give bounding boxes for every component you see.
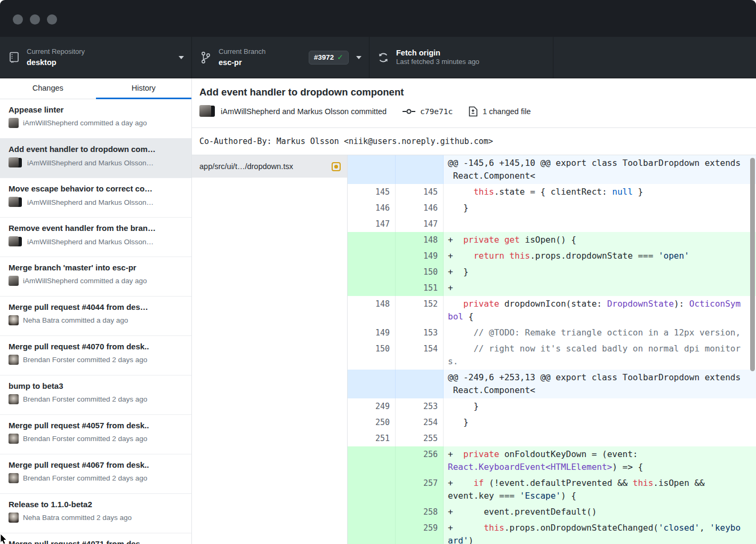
commit-meta: Brendan Forster committed 2 days ago [9, 473, 183, 483]
diff-row: 151+ [348, 280, 756, 296]
tab-history[interactable]: History [96, 78, 192, 99]
diff-row: 258+ event.preventDefault() [348, 504, 756, 520]
repository-label: Current Repository [27, 47, 85, 56]
diff-gutter-old [348, 155, 396, 184]
diff-gutter-new: 153 [396, 325, 444, 341]
diff-gutter-new: 152 [396, 296, 444, 325]
commit-title: Remove event handler from the bran… [9, 223, 183, 233]
branch-name: esc-pr [219, 58, 266, 67]
diff-row: @@ -145,6 +145,10 @@ export class Toolba… [348, 155, 756, 184]
commit-meta: Brendan Forster committed 2 days ago [9, 394, 183, 404]
diff-code [444, 216, 756, 232]
diff-code: } [444, 398, 756, 414]
file-list-item[interactable]: app/src/ui/t…/dropdown.tsx [192, 155, 347, 178]
diff-code: + private get isOpen() { [444, 232, 756, 248]
diff-gutter-old [348, 280, 396, 296]
toolbar-spacer [553, 37, 756, 78]
diff-code-line: event.key === 'Escape') { [448, 490, 756, 502]
diff-row: 148+ private get isOpen() { [348, 232, 756, 248]
toolbar: Current Repository desktop Current Branc… [0, 37, 756, 78]
commit-list-item[interactable]: bump to beta3Brendan Forster committed 2… [0, 375, 191, 415]
pr-number: #3972 [314, 53, 334, 61]
diff-row: 259+ this.props.onDropdownStateChanged('… [348, 520, 756, 544]
diff-gutter-new: 147 [396, 216, 444, 232]
diff-gutter-old [348, 520, 396, 544]
diff-code-line: + this.props.onDropdownStateChanged('clo… [448, 522, 756, 534]
commit-list-item[interactable]: Merge pull request #4067 from desk..Bren… [0, 454, 191, 494]
diff-gutter-new [396, 370, 444, 398]
diff-gutter-new: 149 [396, 248, 444, 264]
diff-code: // @TODO: Remake triangle octicon in a 1… [444, 325, 756, 341]
diff-gutter-new: 253 [396, 398, 444, 414]
avatar [9, 157, 23, 168]
commit-list-item[interactable]: Move escape behavior to correct co…iAmWi… [0, 178, 191, 218]
diff-gutter-new [396, 155, 444, 184]
commit-list-item[interactable]: Merge pull request #4057 from desk..Bren… [0, 415, 191, 454]
commit-meta-text: Neha Batra committed 2 days ago [23, 514, 132, 522]
commit-list-item[interactable]: Merge branch 'master' into esc-priAmWill… [0, 257, 191, 297]
diff-code-line: + private get isOpen() { [448, 234, 756, 246]
commit-title: Merge pull request #4057 from desk.. [9, 421, 183, 430]
avatar [9, 197, 23, 207]
commit-list-item[interactable]: Merge pull request #4070 from desk..Bren… [0, 336, 191, 375]
commit-list-item[interactable]: Merge pull request #4044 from des…Neha B… [0, 297, 191, 336]
diff-gutter-old [348, 504, 396, 520]
commit-list-item[interactable]: Appease linteriAmWillShepherd committed … [0, 99, 191, 139]
commit-title: Merge pull request #4070 from desk.. [9, 342, 183, 351]
commit-list-item[interactable]: Remove event handler from the bran…iAmWi… [0, 218, 191, 257]
avatar [9, 236, 23, 247]
zoom-button[interactable] [47, 14, 57, 25]
commit-meta: iAmWillShepherd and Markus Olsson… [9, 236, 183, 247]
commit-meta-text: Neha Batra committed a day ago [23, 316, 128, 324]
diff-gutter-new: 151 [396, 280, 444, 296]
pr-status-badge[interactable]: #3972 ✓ [309, 51, 349, 65]
minimize-button[interactable] [30, 14, 40, 25]
diff-code: @@ -145,6 +145,10 @@ export class Toolba… [444, 155, 756, 184]
diff-row: 256+ private onFoldoutKeyDown = (event:R… [348, 446, 756, 475]
diff-code: + return this.props.dropdownState === 'o… [444, 248, 756, 264]
fetch-origin-button[interactable]: Fetch origin Last fetched 3 minutes ago [369, 37, 553, 78]
diff-gutter-old: 148 [348, 296, 396, 325]
diff-code-line: } [448, 202, 756, 214]
diff-gutter-old: 250 [348, 414, 396, 430]
commit-meta-text: Brendan Forster committed 2 days ago [23, 435, 147, 443]
commit-list-item[interactable]: Add event handler to dropdown com…iAmWil… [0, 139, 191, 178]
diff-row: 145145 this.state = { clientRect: null } [348, 184, 756, 200]
commit-list-item[interactable]: Merge pull request #4071 from des… [0, 533, 191, 544]
diff-code-line: this.state = { clientRect: null } [448, 186, 756, 198]
diff-code: + this.props.onDropdownStateChanged('clo… [444, 520, 756, 544]
commit-title: Release to 1.1.0-beta2 [9, 500, 183, 509]
repo-icon [7, 52, 20, 63]
commit-meta: Brendan Forster committed 2 days ago [9, 355, 183, 365]
commit-title: Merge pull request #4067 from desk.. [9, 460, 183, 469]
diff-gutter-old [348, 370, 396, 398]
file-path: app/src/ui/t…/dropdown.tsx [199, 162, 327, 171]
avatar [9, 434, 19, 444]
diff-code: @@ -249,6 +253,13 @@ export class Toolba… [444, 370, 756, 398]
diff-row: 257+ if (!event.defaultPrevented && this… [348, 475, 756, 504]
commit-list-item[interactable]: Release to 1.1.0-beta2Neha Batra committ… [0, 494, 191, 533]
avatar [9, 355, 19, 365]
diff-row: 147147 [348, 216, 756, 232]
diff-row: 150+ } [348, 264, 756, 280]
diff-scrollbar-thumb[interactable] [750, 158, 755, 371]
current-branch-button[interactable]: Current Branch esc-pr #3972 ✓ [192, 37, 369, 78]
diff-code-line: } [448, 416, 756, 429]
diff-code-line: + return this.props.dropdownState === 'o… [448, 250, 756, 262]
diff-gutter-old: 149 [348, 325, 396, 341]
diff-code: + [444, 280, 756, 296]
diff-gutter-old [348, 232, 396, 248]
commit-sha: c79e71c [420, 107, 453, 116]
git-commit-icon [403, 108, 415, 115]
avatar [9, 197, 19, 207]
close-button[interactable] [13, 14, 23, 25]
commit-meta: iAmWillShepherd and Markus Olsson… [9, 197, 183, 207]
diff-gutter-old: 251 [348, 430, 396, 446]
git-branch-icon [199, 51, 212, 64]
commit-meta-text: iAmWillShepherd and Markus Olsson… [27, 238, 154, 246]
diff-code-line [448, 218, 756, 230]
avatar [9, 394, 19, 404]
tab-changes[interactable]: Changes [0, 78, 96, 99]
sidebar: Changes History Appease linteriAmWillShe… [0, 78, 192, 544]
current-repository-button[interactable]: Current Repository desktop [0, 37, 192, 78]
